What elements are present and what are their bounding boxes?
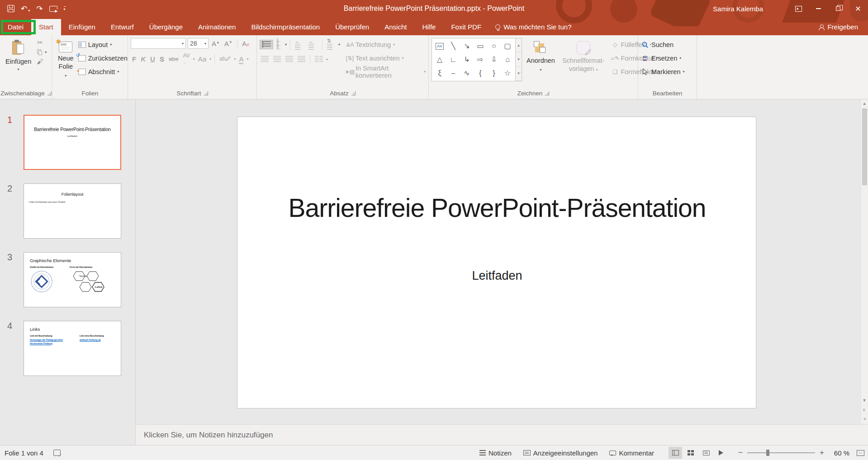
zoom-level[interactable]: 60 % xyxy=(829,449,849,457)
slide-subtitle-text[interactable]: Leitfaden xyxy=(271,269,723,283)
reading-view-button[interactable] xyxy=(699,447,713,459)
paste-dropdown-icon[interactable]: ▾ xyxy=(18,67,19,71)
font-name-combobox[interactable]: ▾ xyxy=(131,38,186,49)
shape-elbow-connector[interactable]: ∟ xyxy=(450,56,457,63)
customize-qat-icon[interactable]: ▾ xyxy=(64,6,66,11)
bold-button[interactable]: F xyxy=(131,55,138,63)
notes-pane[interactable]: Klicken Sie, um Notizen hinzuzufügen xyxy=(136,424,868,445)
numbering-button[interactable]: 1—2—3— xyxy=(275,39,283,50)
slide-4-thumbnail[interactable]: Links Link mit Beschreibung Homepage der… xyxy=(24,321,121,376)
tab-hilfe[interactable]: Hilfe xyxy=(414,19,443,35)
display-settings-button[interactable]: Anzeigeeinstellungen xyxy=(520,447,602,459)
restore-button[interactable] xyxy=(828,0,848,17)
scroll-up-icon[interactable]: ▲ xyxy=(863,99,867,108)
convert-smartart-button[interactable]: ➤▤In SmartArt konvertieren▾ xyxy=(346,66,426,77)
gallery-down-icon[interactable]: ▼ xyxy=(516,52,522,66)
zoom-out-button[interactable]: − xyxy=(737,448,744,457)
paste-button[interactable]: Einfügen ▾ xyxy=(3,38,34,88)
slide-1-thumbnail[interactable]: Barrierefreie PowerPoint-Präsentation Le… xyxy=(24,115,121,170)
align-right-icon[interactable] xyxy=(284,56,294,63)
undo-dropdown-icon[interactable]: ▾ xyxy=(28,9,30,13)
format-painter-icon[interactable]: 🖌 xyxy=(36,58,44,65)
notes-placeholder[interactable]: Klicken Sie, um Notizen hinzuzufügen xyxy=(144,431,273,440)
redo-icon[interactable]: ↷ xyxy=(36,5,43,13)
shape-curve[interactable]: ∿ xyxy=(464,70,470,77)
highlight-color-button[interactable]: ab🖉 xyxy=(218,56,232,62)
shape-left-brace[interactable]: { xyxy=(479,70,481,77)
share-button[interactable]: Freigeben xyxy=(809,19,868,35)
zoom-in-button[interactable]: + xyxy=(819,448,825,457)
save-icon[interactable] xyxy=(7,5,14,12)
numbering-dropdown-icon[interactable]: ▾ xyxy=(285,42,287,47)
shape-freeform[interactable]: ⌂ xyxy=(505,56,510,63)
bullets-button[interactable] xyxy=(260,40,273,49)
fit-slide-to-window-icon[interactable] xyxy=(857,450,864,456)
start-presentation-icon[interactable] xyxy=(49,6,57,12)
slide-canvas[interactable]: Barrierefreie PowerPoint-Präsentation Le… xyxy=(237,117,756,408)
section-button[interactable]: Abschnitt▾ xyxy=(78,66,128,77)
shape-star[interactable]: ☆ xyxy=(504,70,511,77)
slide-2-thumbnail[interactable]: Folienlayout • Folie mit Folientitel und… xyxy=(24,183,121,239)
shape-triangle[interactable]: △ xyxy=(437,56,442,63)
copy-icon[interactable]: ▾ xyxy=(36,48,44,56)
scrollbar-thumb[interactable] xyxy=(862,108,867,185)
shape-arrow-down[interactable]: ⇩ xyxy=(491,56,497,63)
highlight-dropdown-icon[interactable]: ▾ xyxy=(234,57,236,61)
justify-icon[interactable] xyxy=(296,56,307,63)
replace-button[interactable]: abac Ersetzen▾ xyxy=(641,52,684,64)
notes-toggle-button[interactable]: Notizen xyxy=(476,447,515,459)
character-spacing-dropdown-icon[interactable]: ▾ xyxy=(193,57,195,61)
shape-oval[interactable]: ○ xyxy=(492,42,496,50)
shape-scribble[interactable]: ξ xyxy=(438,70,441,77)
copy-dropdown-icon[interactable]: ▾ xyxy=(45,50,47,54)
layout-button[interactable]: Layout▾ xyxy=(78,39,128,50)
comments-button[interactable]: Kommentar xyxy=(606,447,658,459)
undo-button[interactable]: ↶▾ xyxy=(21,5,30,13)
tell-me-box[interactable]: Was möchten Sie tun? xyxy=(489,19,578,35)
shape-rounded-rectangle[interactable]: ▢ xyxy=(504,42,511,50)
decrease-font-icon[interactable]: A▼ xyxy=(223,40,234,47)
change-case-dropdown-icon[interactable]: ▾ xyxy=(209,57,211,61)
strikethrough-button[interactable]: abe xyxy=(167,56,180,62)
text-direction-button[interactable]: ⇊ATextrichtung▾ xyxy=(346,39,426,50)
select-button[interactable]: Markieren▾ xyxy=(641,66,684,77)
vertical-scrollbar[interactable]: ▲ ▼ « « xyxy=(860,99,868,424)
scroll-down-icon[interactable]: ▼ xyxy=(863,396,867,404)
shape-arrow-right[interactable]: ⇨ xyxy=(477,56,483,63)
shape-text-box[interactable]: A≡ xyxy=(436,43,444,50)
shape-elbow-arrow-connector[interactable]: ↳ xyxy=(464,56,470,63)
tab-ansicht[interactable]: Ansicht xyxy=(377,19,414,35)
thumbnail-item-3[interactable]: 3 Graphische Elemente Grafik mit Alterna… xyxy=(0,252,135,307)
new-slide-button[interactable]: ✱ NeueFolie ▾ xyxy=(55,38,76,88)
tab-datei[interactable]: Datei xyxy=(0,19,31,35)
slide-sorter-view-button[interactable] xyxy=(684,447,697,459)
align-text-button[interactable]: [⇅]Text ausrichten▾ xyxy=(346,52,426,64)
tab-uebergaenge[interactable]: Übergänge xyxy=(142,19,190,35)
shape-line[interactable]: ╲ xyxy=(451,42,455,50)
italic-button[interactable]: K xyxy=(139,55,147,63)
shape-gallery-scrollbar[interactable]: ▲ ▼ ▼̄ xyxy=(516,38,522,81)
change-case-button[interactable]: Aa xyxy=(197,55,208,63)
clipboard-dialog-launcher[interactable] xyxy=(47,91,52,95)
tab-entwurf[interactable]: Entwurf xyxy=(103,19,142,35)
line-spacing-dropdown-icon[interactable]: ▾ xyxy=(338,42,340,47)
zoom-slider[interactable] xyxy=(747,452,815,453)
minimize-button[interactable] xyxy=(808,0,828,17)
paragraph-dialog-launcher[interactable] xyxy=(351,91,356,95)
gallery-up-icon[interactable]: ▲ xyxy=(516,38,522,52)
thumbnail-item-2[interactable]: 2 Folienlayout • Folie mit Folientitel u… xyxy=(0,183,135,239)
ribbon-display-options-button[interactable] xyxy=(788,0,808,17)
font-dialog-launcher[interactable] xyxy=(204,91,208,95)
cut-icon[interactable]: ✂ xyxy=(36,39,44,46)
close-button[interactable]: ✕ xyxy=(848,0,868,17)
text-shadow-button[interactable]: S xyxy=(158,55,166,63)
spellcheck-status-icon[interactable] xyxy=(53,450,61,456)
tab-foxit-pdf[interactable]: Foxit PDF xyxy=(443,19,489,35)
next-slide-button[interactable]: « xyxy=(863,414,865,424)
drawing-dialog-launcher[interactable] xyxy=(545,91,549,95)
shape-right-brace[interactable]: } xyxy=(493,70,495,77)
columns-dropdown-icon[interactable]: ▾ xyxy=(326,57,328,61)
thumbnail-item-4[interactable]: 4 Links Link mit Beschreibung Homepage d… xyxy=(0,321,135,376)
line-spacing-icon[interactable]: ⇅ xyxy=(326,38,337,51)
thumbnail-item-1[interactable]: 1 Barrierefreie PowerPoint-Präsentation … xyxy=(0,115,135,170)
